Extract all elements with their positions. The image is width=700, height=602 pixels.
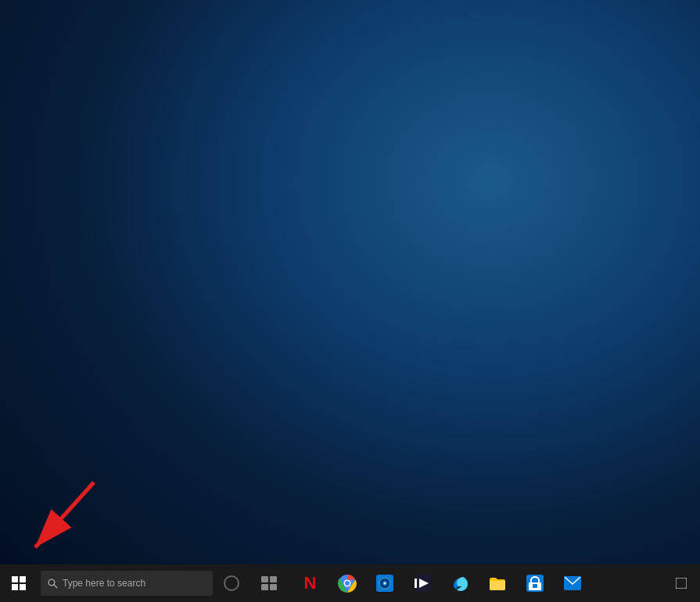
task-view-icon bbox=[261, 576, 277, 590]
mail-icon bbox=[564, 576, 581, 590]
svg-rect-18 bbox=[415, 579, 417, 588]
ms-store-icon bbox=[526, 575, 544, 592]
system-tray bbox=[669, 564, 700, 602]
chrome-icon bbox=[338, 574, 357, 593]
notification-icon bbox=[676, 578, 687, 589]
desktop: Type here to search N bbox=[0, 0, 700, 602]
search-icon bbox=[47, 578, 58, 589]
svg-point-15 bbox=[384, 582, 386, 585]
taskbar-edge[interactable] bbox=[441, 564, 479, 602]
start-button[interactable] bbox=[0, 564, 38, 602]
taskbar-ms-store[interactable] bbox=[516, 564, 554, 602]
edge-icon bbox=[451, 575, 468, 592]
taskbar-chrome[interactable] bbox=[328, 564, 366, 602]
taskbar-groove-music[interactable] bbox=[366, 564, 404, 602]
svg-rect-6 bbox=[261, 584, 268, 590]
svg-line-1 bbox=[35, 482, 94, 547]
svg-line-3 bbox=[54, 585, 57, 588]
svg-rect-21 bbox=[533, 584, 537, 588]
taskbar-icons: N bbox=[291, 564, 591, 602]
mpc-icon bbox=[414, 575, 431, 592]
search-placeholder-text: Type here to search bbox=[63, 578, 145, 589]
taskbar-mail[interactable] bbox=[554, 564, 591, 602]
red-arrow bbox=[20, 478, 106, 557]
file-explorer-icon bbox=[489, 575, 506, 591]
tray-show-desktop[interactable] bbox=[669, 564, 694, 602]
taskbar-mpc[interactable] bbox=[404, 564, 441, 602]
netflix-icon: N bbox=[304, 573, 316, 593]
windows-logo-icon bbox=[12, 576, 26, 590]
svg-rect-24 bbox=[676, 578, 687, 589]
search-bar[interactable]: Type here to search bbox=[41, 571, 213, 596]
svg-rect-4 bbox=[261, 576, 268, 582]
cortana-icon bbox=[224, 575, 239, 591]
svg-rect-7 bbox=[270, 584, 277, 590]
task-view-button[interactable] bbox=[250, 564, 288, 602]
groove-music-icon bbox=[376, 575, 393, 592]
taskbar-file-explorer[interactable] bbox=[479, 564, 516, 602]
svg-rect-5 bbox=[270, 576, 277, 582]
svg-point-11 bbox=[345, 581, 350, 586]
cortana-button[interactable] bbox=[213, 564, 250, 602]
taskbar-netflix[interactable]: N bbox=[291, 564, 328, 602]
taskbar: Type here to search N bbox=[0, 564, 700, 602]
